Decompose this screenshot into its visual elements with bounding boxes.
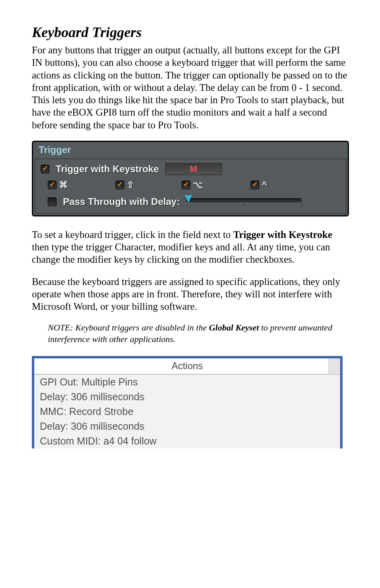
action-item[interactable]: Delay: 306 milliseconds xyxy=(34,419,340,434)
trigger-panel-title: Trigger xyxy=(33,142,348,159)
modifier-ctrl-checkbox[interactable] xyxy=(251,181,259,189)
trigger-with-keystroke-label: Trigger with Keystroke xyxy=(56,163,159,175)
note-paragraph: NOTE: Keyboard triggers are disabled in … xyxy=(48,322,348,345)
slider-thumb[interactable] xyxy=(184,195,192,203)
slider-tick xyxy=(244,203,244,207)
text: NOTE: Keyboard triggers are disabled in … xyxy=(48,323,209,332)
trigger-with-keystroke-checkbox[interactable] xyxy=(41,165,49,173)
modifier-cmd[interactable]: ⌘ xyxy=(48,180,68,190)
section-heading: Keyboard Triggers xyxy=(32,24,348,41)
modifier-ctrl[interactable]: ^ xyxy=(251,180,267,190)
action-item[interactable]: Custom MIDI: a4 04 follow xyxy=(34,434,340,448)
paragraph-3: Because the keyboard triggers are assign… xyxy=(32,275,348,313)
keystroke-input[interactable]: M xyxy=(165,163,222,175)
delay-slider[interactable] xyxy=(186,196,302,208)
text-bold: Global Keyset xyxy=(209,323,259,332)
pass-through-label: Pass Through with Delay: xyxy=(63,196,180,207)
action-item[interactable]: MMC: Record Strobe xyxy=(34,404,340,419)
text: then type the trigger Character, modifie… xyxy=(32,242,330,265)
modifier-option-checkbox[interactable] xyxy=(182,181,190,189)
pass-through-checkbox[interactable] xyxy=(48,197,57,206)
paragraph-1: For any buttons that trigger an output (… xyxy=(32,44,348,131)
option-icon: ⌥ xyxy=(193,180,203,190)
action-item[interactable]: Delay: 306 milliseconds xyxy=(34,389,340,404)
actions-panel: Actions GPI Out: Multiple Pins Delay: 30… xyxy=(32,356,343,448)
modifier-row: ⌘ ⇧ ⌥ ^ xyxy=(41,180,340,190)
shift-icon: ⇧ xyxy=(127,180,134,190)
pass-through-row: Pass Through with Delay: xyxy=(41,196,340,208)
text: To set a keyboard trigger, click in the … xyxy=(32,229,233,240)
trigger-row-keystroke: Trigger with Keystroke M xyxy=(41,163,340,175)
slider-track xyxy=(186,198,302,202)
text-bold: Trigger with Keystroke xyxy=(233,229,332,240)
cmd-icon: ⌘ xyxy=(59,180,68,190)
trigger-panel: Trigger Trigger with Keystroke M ⌘ ⇧ ⌥ xyxy=(32,141,349,216)
ctrl-icon: ^ xyxy=(262,180,267,190)
actions-header: Actions xyxy=(34,358,340,375)
modifier-shift[interactable]: ⇧ xyxy=(116,180,134,190)
action-item[interactable]: GPI Out: Multiple Pins xyxy=(34,375,340,389)
modifier-cmd-checkbox[interactable] xyxy=(48,181,57,189)
modifier-option[interactable]: ⌥ xyxy=(182,180,203,190)
trigger-inner-box: Trigger with Keystroke M ⌘ ⇧ ⌥ ^ xyxy=(35,159,346,214)
paragraph-2: To set a keyboard trigger, click in the … xyxy=(32,228,348,266)
modifier-shift-checkbox[interactable] xyxy=(116,181,124,189)
slider-tick xyxy=(302,203,302,207)
